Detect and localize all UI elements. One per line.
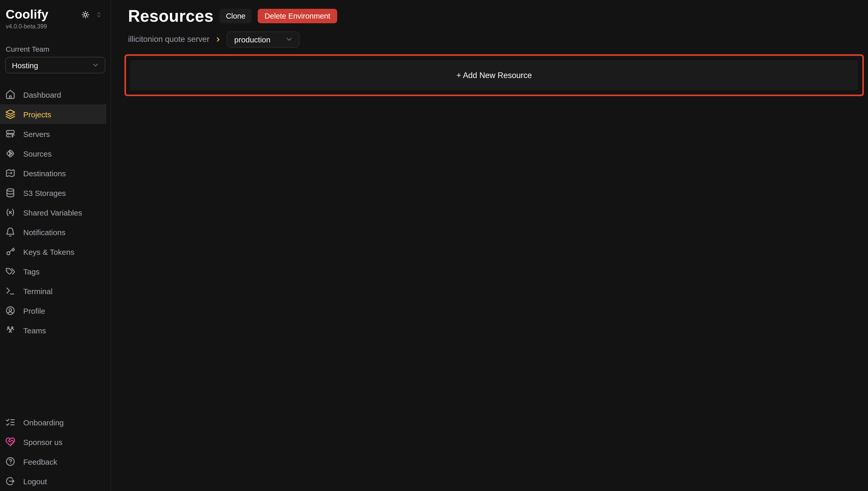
chevron-down-icon [91,61,100,69]
key-icon [5,247,16,257]
page-header: Resources Clone Delete Environment [128,5,864,27]
help-circle-icon [5,456,16,467]
sidebar-item-label: Keys & Tokens [23,247,74,256]
sidebar-nav: DashboardProjectsServersSourcesDestinati… [0,85,111,340]
git-icon [5,148,16,159]
app-root: Coolify v4.0.0-beta.399 Current Team Hos… [0,0,868,491]
sidebar-item-s3-storages[interactable]: S3 Storages [0,183,106,203]
sidebar-item-label: Feedback [23,457,57,466]
logout-icon [5,476,16,486]
database-icon [5,187,16,198]
sidebar-item-label: Logout [23,477,47,486]
sidebar-item-label: Projects [23,110,51,119]
app-logo[interactable]: Coolify [6,7,48,22]
team-select-value: Hosting [12,61,38,69]
sidebar-item-logout[interactable]: Logout [0,471,106,491]
breadcrumb: illicitonion quote server production [128,31,864,48]
sidebar-item-onboarding[interactable]: Onboarding [0,412,106,432]
current-team-label: Current Team [0,45,111,53]
sidebar-item-teams[interactable]: Teams [0,320,106,340]
sidebar-header-icons [81,10,103,19]
users-icon [5,325,16,336]
breadcrumb-project[interactable]: illicitonion quote server [128,35,209,44]
app-version: v4.0.0-beta.399 [0,23,111,29]
delete-environment-button[interactable]: Delete Environment [258,9,337,23]
sidebar-item-label: Notifications [23,228,65,236]
list-checks-icon [5,417,16,427]
sidebar-item-label: Dashboard [23,90,61,99]
environment-select[interactable]: production [226,31,299,47]
theme-toggle-sun-icon[interactable] [81,10,90,19]
sidebar-item-label: Terminal [23,287,53,295]
sidebar: Coolify v4.0.0-beta.399 Current Team Hos… [0,0,111,491]
heart-handshake-icon [5,437,16,447]
map-icon [5,168,16,178]
sidebar-footer-nav: OnboardingSponsor usFeedbackLogout [0,412,111,491]
clone-button[interactable]: Clone [220,9,252,23]
sidebar-item-terminal[interactable]: Terminal [0,281,106,301]
sidebar-item-label: Onboarding [23,418,64,427]
home-icon [5,89,16,100]
sidebar-item-projects[interactable]: Projects [0,105,106,124]
sidebar-item-label: Servers [23,129,50,138]
sidebar-item-label: Destinations [23,169,66,177]
chevron-down-icon [285,35,293,44]
sidebar-item-profile[interactable]: Profile [0,301,106,320]
sidebar-item-notifications[interactable]: Notifications [0,222,106,242]
variables-icon [5,207,16,218]
chevrons-up-down-icon[interactable] [95,10,103,18]
sidebar-item-label: Sponsor us [23,437,62,446]
environment-select-value: production [234,35,270,44]
sidebar-item-label: S3 Storages [23,189,66,197]
sidebar-item-servers[interactable]: Servers [0,124,106,144]
main-content: Resources Clone Delete Environment illic… [111,0,868,491]
sidebar-item-destinations[interactable]: Destinations [0,163,106,183]
user-circle-icon [5,306,16,316]
terminal-icon [5,286,16,296]
page-title: Resources [128,5,214,27]
sidebar-item-label: Shared Variables [23,208,82,217]
tags-icon [5,266,16,277]
sidebar-item-label: Tags [23,267,39,276]
add-new-resource-button[interactable]: + Add New Resource [130,59,859,91]
sidebar-item-label: Sources [23,149,52,158]
sidebar-item-dashboard[interactable]: Dashboard [0,85,106,105]
chevron-right-icon [215,36,221,42]
sidebar-item-sponsor-us[interactable]: Sponsor us [0,432,106,452]
sidebar-item-tags[interactable]: Tags [0,262,106,281]
layers-icon [5,109,16,119]
sidebar-item-label: Teams [23,326,46,335]
server-icon [5,129,16,139]
sidebar-item-shared-variables[interactable]: Shared Variables [0,203,106,222]
sidebar-item-label: Profile [23,306,45,315]
sidebar-item-feedback[interactable]: Feedback [0,452,106,471]
sidebar-header: Coolify [0,7,111,22]
bell-icon [5,227,16,237]
team-select[interactable]: Hosting [5,57,105,74]
add-resource-highlight-box: + Add New Resource [124,54,864,96]
sidebar-item-keys-tokens[interactable]: Keys & Tokens [0,242,106,262]
sidebar-item-sources[interactable]: Sources [0,144,106,163]
